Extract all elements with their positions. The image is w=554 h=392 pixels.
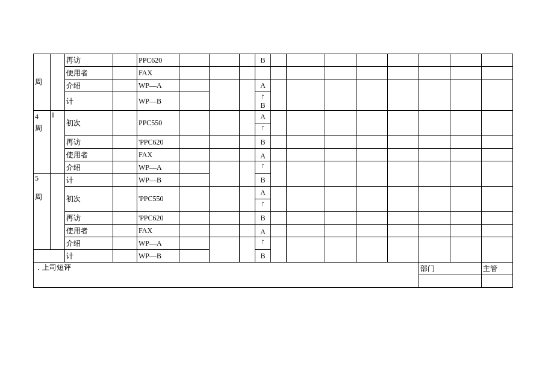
product-cell: WP—A bbox=[137, 161, 179, 174]
grade-cell: A bbox=[255, 149, 271, 161]
week-cell: 5周 bbox=[34, 174, 51, 250]
grade-cell: ↑ bbox=[255, 199, 271, 212]
product-cell: WP—B bbox=[137, 174, 179, 187]
table-row: 便用者 FAX bbox=[34, 67, 513, 79]
product-cell: PPC620 bbox=[137, 54, 179, 67]
product-cell: 'PPC620 bbox=[137, 136, 179, 149]
type-cell: 介绍 bbox=[65, 237, 113, 250]
product-cell: 'PPC550 bbox=[137, 187, 179, 212]
week-cell: 4 bbox=[34, 111, 51, 123]
table-row: 使用者 FAX A bbox=[34, 225, 513, 237]
grade-cell: ↑ bbox=[255, 123, 271, 136]
mgr-value bbox=[482, 275, 513, 288]
type-cell: 计 bbox=[65, 250, 113, 263]
product-cell: FAX bbox=[137, 67, 179, 79]
table-row: 再访 'PPC620 B bbox=[34, 136, 513, 149]
product-cell: 'PPC620 bbox=[137, 212, 179, 225]
supervisor-comment-label: ．上司短评 bbox=[34, 263, 419, 288]
grade-cell: B bbox=[255, 54, 271, 67]
grade-cell: A bbox=[255, 225, 271, 237]
product-cell: PPC550 bbox=[137, 111, 179, 136]
dept-label: 部门 bbox=[419, 263, 482, 275]
grade-cell bbox=[255, 67, 271, 79]
grade-cell: A bbox=[255, 111, 271, 123]
type-cell: 便用者 bbox=[65, 67, 113, 79]
mgr-label: 主管 bbox=[482, 263, 513, 275]
table-row: 初次 'PPC550 A bbox=[34, 187, 513, 199]
type-cell: 介绍 bbox=[65, 79, 113, 92]
type-cell: 初次 bbox=[65, 111, 113, 136]
grade-cell: B bbox=[255, 212, 271, 225]
product-cell: WP—A bbox=[137, 79, 179, 92]
type-cell: 介绍 bbox=[65, 161, 113, 174]
table-row: 4 I 初次 PPC550 A bbox=[34, 111, 513, 123]
product-cell: WP—A bbox=[137, 237, 179, 250]
table-row: 再访 'PPC620 B bbox=[34, 212, 513, 225]
grade-cell: A bbox=[255, 187, 271, 199]
type-cell: 再访 bbox=[65, 54, 113, 67]
schedule-table: 周 再访 PPC620 B 便用者 FAX 介绍 bbox=[33, 54, 513, 288]
type-cell: 再访 bbox=[65, 136, 113, 149]
type-cell: 使用者 bbox=[65, 225, 113, 237]
table-row: 使用者 FAX A bbox=[34, 149, 513, 161]
grade-cell: ↑ bbox=[255, 161, 271, 174]
dept-value bbox=[419, 275, 482, 288]
product-cell: WP—B bbox=[137, 250, 179, 263]
type-cell: 使用者 bbox=[65, 149, 113, 161]
footer-row: ．上司短评 部门 主管 bbox=[34, 263, 513, 275]
grade-cell: B bbox=[255, 250, 271, 263]
product-cell: FAX bbox=[137, 225, 179, 237]
week-marker: I bbox=[51, 111, 65, 174]
week-marker bbox=[51, 54, 65, 111]
product-cell: WP—B bbox=[137, 92, 179, 111]
grade-cell: ↑ bbox=[255, 237, 271, 250]
grade-cell: B bbox=[255, 174, 271, 187]
week-marker bbox=[51, 174, 65, 250]
type-cell: 再访 bbox=[65, 212, 113, 225]
week-cell: 周 bbox=[34, 54, 51, 111]
type-cell: 初次 bbox=[65, 187, 113, 212]
table-row: 周 再访 PPC620 B bbox=[34, 54, 513, 67]
grade-cell: B bbox=[255, 136, 271, 149]
type-cell: 计 bbox=[65, 92, 113, 111]
product-cell: FAX bbox=[137, 149, 179, 161]
type-cell: 计 bbox=[65, 174, 113, 187]
grade-cell: ↑B bbox=[255, 92, 271, 111]
grade-cell: A bbox=[255, 79, 271, 92]
week-cell: 周 bbox=[34, 123, 51, 174]
